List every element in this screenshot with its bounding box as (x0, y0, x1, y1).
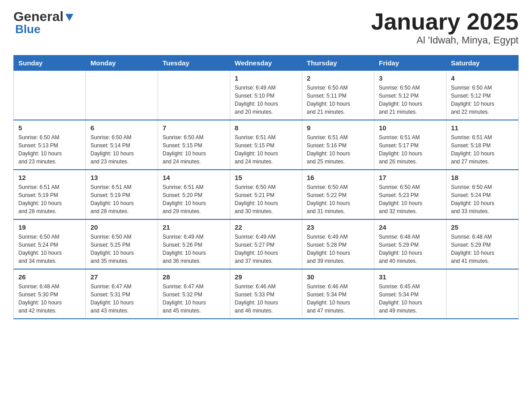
header-wednesday: Wednesday (230, 56, 302, 71)
calendar-day-cell: 27Sunrise: 6:47 AM Sunset: 5:31 PM Dayli… (86, 269, 158, 319)
day-info: Sunrise: 6:50 AM Sunset: 5:13 PM Dayligh… (18, 133, 81, 166)
day-info: Sunrise: 6:49 AM Sunset: 5:10 PM Dayligh… (235, 84, 297, 116)
day-number: 19 (18, 223, 81, 231)
day-number: 22 (235, 223, 297, 231)
calendar-day-cell (158, 71, 230, 120)
logo: General Blue (13, 9, 74, 36)
calendar-day-cell: 31Sunrise: 6:45 AM Sunset: 5:34 PM Dayli… (374, 269, 446, 319)
calendar-day-cell: 15Sunrise: 6:50 AM Sunset: 5:21 PM Dayli… (230, 170, 302, 219)
header-saturday: Saturday (446, 56, 519, 71)
calendar-day-cell: 21Sunrise: 6:49 AM Sunset: 5:26 PM Dayli… (158, 219, 230, 269)
day-number: 12 (18, 174, 81, 181)
day-number: 23 (307, 223, 369, 231)
calendar-day-cell: 7Sunrise: 6:50 AM Sunset: 5:15 PM Daylig… (158, 120, 230, 170)
calendar-day-cell: 11Sunrise: 6:51 AM Sunset: 5:18 PM Dayli… (446, 120, 519, 170)
calendar-day-cell: 1Sunrise: 6:49 AM Sunset: 5:10 PM Daylig… (230, 71, 302, 120)
day-number: 11 (451, 124, 514, 132)
calendar-day-cell: 29Sunrise: 6:46 AM Sunset: 5:33 PM Dayli… (230, 269, 302, 319)
calendar-day-cell (86, 71, 158, 120)
day-number: 5 (18, 124, 81, 132)
calendar-day-cell: 17Sunrise: 6:50 AM Sunset: 5:23 PM Dayli… (374, 170, 446, 219)
calendar-day-cell: 14Sunrise: 6:51 AM Sunset: 5:20 PM Dayli… (158, 170, 230, 219)
calendar-subtitle: Al 'Idwah, Minya, Egypt (371, 34, 519, 46)
day-number: 4 (451, 74, 514, 82)
day-number: 9 (307, 124, 369, 132)
calendar-day-cell: 19Sunrise: 6:50 AM Sunset: 5:24 PM Dayli… (14, 219, 86, 269)
day-info: Sunrise: 6:48 AM Sunset: 5:29 PM Dayligh… (451, 233, 514, 265)
calendar-header: SundayMondayTuesdayWednesdayThursdayFrid… (14, 56, 519, 71)
day-info: Sunrise: 6:51 AM Sunset: 5:15 PM Dayligh… (235, 133, 297, 166)
day-number: 30 (307, 273, 369, 281)
day-info: Sunrise: 6:50 AM Sunset: 5:24 PM Dayligh… (18, 233, 81, 265)
day-number: 2 (307, 74, 369, 82)
day-number: 24 (379, 223, 442, 231)
header-tuesday: Tuesday (158, 56, 230, 71)
day-number: 13 (90, 174, 153, 181)
logo-triangle-icon (64, 12, 74, 22)
day-number: 16 (307, 174, 369, 181)
calendar-week-row: 19Sunrise: 6:50 AM Sunset: 5:24 PM Dayli… (14, 219, 519, 269)
calendar-table: SundayMondayTuesdayWednesdayThursdayFrid… (13, 55, 519, 319)
header-monday: Monday (86, 56, 158, 71)
day-number: 21 (163, 223, 225, 231)
calendar-day-cell: 8Sunrise: 6:51 AM Sunset: 5:15 PM Daylig… (230, 120, 302, 170)
day-info: Sunrise: 6:50 AM Sunset: 5:11 PM Dayligh… (307, 84, 369, 116)
calendar-day-cell: 6Sunrise: 6:50 AM Sunset: 5:14 PM Daylig… (86, 120, 158, 170)
day-number: 6 (90, 124, 153, 132)
day-info: Sunrise: 6:47 AM Sunset: 5:32 PM Dayligh… (163, 283, 225, 315)
day-info: Sunrise: 6:49 AM Sunset: 5:26 PM Dayligh… (163, 233, 225, 265)
calendar-week-row: 1Sunrise: 6:49 AM Sunset: 5:10 PM Daylig… (14, 71, 519, 120)
calendar-day-cell: 12Sunrise: 6:51 AM Sunset: 5:19 PM Dayli… (14, 170, 86, 219)
day-number: 29 (235, 273, 297, 281)
day-number: 18 (451, 174, 514, 181)
day-info: Sunrise: 6:51 AM Sunset: 5:18 PM Dayligh… (451, 133, 514, 166)
header-sunday: Sunday (14, 56, 86, 71)
day-info: Sunrise: 6:50 AM Sunset: 5:25 PM Dayligh… (90, 233, 153, 265)
day-number: 8 (235, 124, 297, 132)
day-number: 1 (235, 74, 297, 82)
calendar-week-row: 26Sunrise: 6:48 AM Sunset: 5:30 PM Dayli… (14, 269, 519, 319)
day-info: Sunrise: 6:50 AM Sunset: 5:21 PM Dayligh… (235, 183, 297, 215)
calendar-day-cell: 22Sunrise: 6:49 AM Sunset: 5:27 PM Dayli… (230, 219, 302, 269)
day-info: Sunrise: 6:51 AM Sunset: 5:19 PM Dayligh… (18, 183, 81, 215)
day-info: Sunrise: 6:48 AM Sunset: 5:30 PM Dayligh… (18, 283, 81, 315)
day-info: Sunrise: 6:47 AM Sunset: 5:31 PM Dayligh… (90, 283, 153, 315)
calendar-day-cell: 30Sunrise: 6:46 AM Sunset: 5:34 PM Dayli… (302, 269, 374, 319)
svg-marker-0 (65, 14, 73, 21)
day-number: 26 (18, 273, 81, 281)
logo-general-text: General (13, 9, 64, 24)
day-info: Sunrise: 6:50 AM Sunset: 5:15 PM Dayligh… (163, 133, 225, 166)
day-info: Sunrise: 6:51 AM Sunset: 5:17 PM Dayligh… (379, 133, 442, 166)
calendar-week-row: 12Sunrise: 6:51 AM Sunset: 5:19 PM Dayli… (14, 170, 519, 219)
calendar-week-row: 5Sunrise: 6:50 AM Sunset: 5:13 PM Daylig… (14, 120, 519, 170)
day-info: Sunrise: 6:49 AM Sunset: 5:28 PM Dayligh… (307, 233, 369, 265)
calendar-day-cell: 5Sunrise: 6:50 AM Sunset: 5:13 PM Daylig… (14, 120, 86, 170)
calendar-day-cell: 25Sunrise: 6:48 AM Sunset: 5:29 PM Dayli… (446, 219, 519, 269)
day-number: 28 (163, 273, 225, 281)
header-row: SundayMondayTuesdayWednesdayThursdayFrid… (14, 56, 519, 71)
day-info: Sunrise: 6:45 AM Sunset: 5:34 PM Dayligh… (379, 283, 442, 315)
calendar-day-cell: 10Sunrise: 6:51 AM Sunset: 5:17 PM Dayli… (374, 120, 446, 170)
day-number: 3 (379, 74, 442, 82)
day-info: Sunrise: 6:50 AM Sunset: 5:24 PM Dayligh… (451, 183, 514, 215)
day-info: Sunrise: 6:50 AM Sunset: 5:22 PM Dayligh… (307, 183, 369, 215)
calendar-day-cell: 23Sunrise: 6:49 AM Sunset: 5:28 PM Dayli… (302, 219, 374, 269)
calendar-day-cell (446, 269, 519, 319)
day-info: Sunrise: 6:46 AM Sunset: 5:34 PM Dayligh… (307, 283, 369, 315)
day-number: 10 (379, 124, 442, 132)
calendar-day-cell: 16Sunrise: 6:50 AM Sunset: 5:22 PM Dayli… (302, 170, 374, 219)
day-number: 7 (163, 124, 225, 132)
day-number: 31 (379, 273, 442, 281)
calendar-day-cell: 24Sunrise: 6:48 AM Sunset: 5:29 PM Dayli… (374, 219, 446, 269)
day-info: Sunrise: 6:50 AM Sunset: 5:14 PM Dayligh… (90, 133, 153, 166)
day-info: Sunrise: 6:46 AM Sunset: 5:33 PM Dayligh… (235, 283, 297, 315)
day-info: Sunrise: 6:50 AM Sunset: 5:12 PM Dayligh… (451, 84, 514, 116)
calendar-body: 1Sunrise: 6:49 AM Sunset: 5:10 PM Daylig… (14, 71, 519, 319)
calendar-day-cell: 3Sunrise: 6:50 AM Sunset: 5:12 PM Daylig… (374, 71, 446, 120)
calendar-title-block: January 2025 Al 'Idwah, Minya, Egypt (371, 9, 519, 46)
calendar-title: January 2025 (371, 9, 519, 34)
calendar-day-cell: 18Sunrise: 6:50 AM Sunset: 5:24 PM Dayli… (446, 170, 519, 219)
calendar-day-cell: 28Sunrise: 6:47 AM Sunset: 5:32 PM Dayli… (158, 269, 230, 319)
day-info: Sunrise: 6:51 AM Sunset: 5:20 PM Dayligh… (163, 183, 225, 215)
header-friday: Friday (374, 56, 446, 71)
